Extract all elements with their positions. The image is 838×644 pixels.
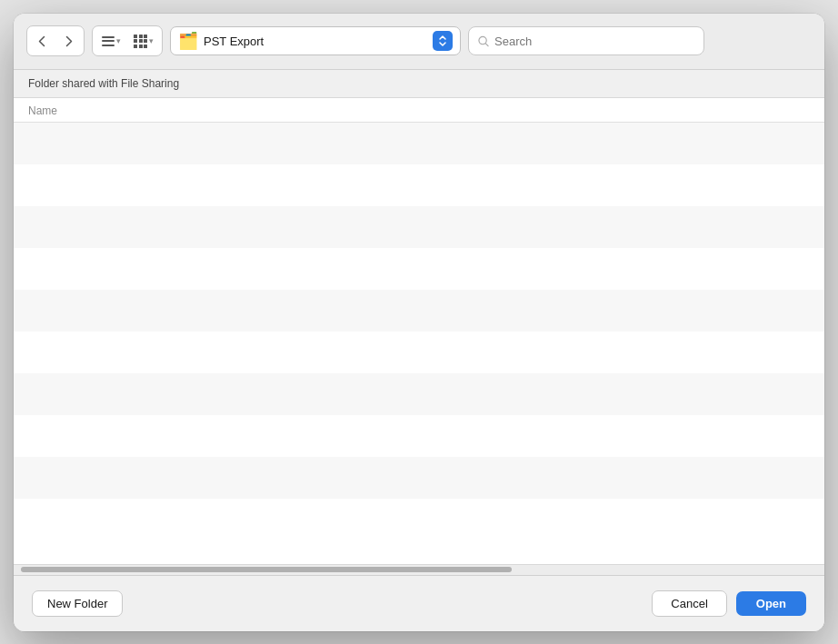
location-selector[interactable]: 🗂️ PST Export: [170, 26, 461, 55]
nav-button-group: [26, 25, 85, 56]
list-view-chevron: ▾: [116, 36, 121, 45]
table-row[interactable]: [14, 290, 824, 332]
search-box[interactable]: [468, 26, 704, 55]
table-row[interactable]: [14, 373, 824, 415]
forward-button[interactable]: [56, 28, 82, 54]
search-input[interactable]: [494, 35, 694, 48]
column-header: Name: [14, 98, 824, 123]
search-icon: [478, 35, 489, 47]
view-toggle-group: ▾ ▾: [92, 25, 163, 56]
table-row[interactable]: [14, 332, 824, 373]
grid-icon: [134, 35, 147, 48]
scrollbar-thumb[interactable]: [21, 567, 512, 572]
bottom-bar: New Folder Cancel Open: [14, 575, 824, 631]
open-dialog: ▾ ▾ 🗂️ PST Export: [14, 14, 824, 631]
location-stepper-button[interactable]: [433, 31, 453, 51]
file-browser-content: Folder shared with File Sharing Name: [14, 70, 824, 564]
table-row[interactable]: [14, 123, 824, 164]
toolbar: ▾ ▾ 🗂️ PST Export: [14, 14, 824, 70]
new-folder-button[interactable]: New Folder: [32, 590, 123, 617]
table-row[interactable]: [14, 415, 824, 457]
shared-folder-banner: Folder shared with File Sharing: [14, 70, 824, 98]
grid-view-button[interactable]: ▾: [127, 28, 160, 54]
list-icon: [102, 36, 115, 46]
back-button[interactable]: [29, 28, 55, 54]
location-text: PST Export: [204, 35, 427, 48]
cancel-button[interactable]: Cancel: [652, 590, 726, 617]
action-buttons: Cancel Open: [652, 590, 806, 617]
table-row[interactable]: [14, 499, 824, 540]
open-button[interactable]: Open: [736, 591, 806, 616]
folder-icon: 🗂️: [178, 31, 198, 51]
horizontal-scrollbar[interactable]: [14, 564, 824, 575]
scrollbar-track: [21, 567, 817, 572]
grid-view-chevron: ▾: [149, 36, 154, 45]
table-row[interactable]: [14, 457, 824, 499]
file-list[interactable]: [14, 123, 824, 564]
list-view-button[interactable]: ▾: [95, 28, 127, 54]
table-row[interactable]: [14, 164, 824, 206]
name-column-header: Name: [28, 104, 57, 117]
table-row[interactable]: [14, 248, 824, 290]
table-row[interactable]: [14, 206, 824, 248]
